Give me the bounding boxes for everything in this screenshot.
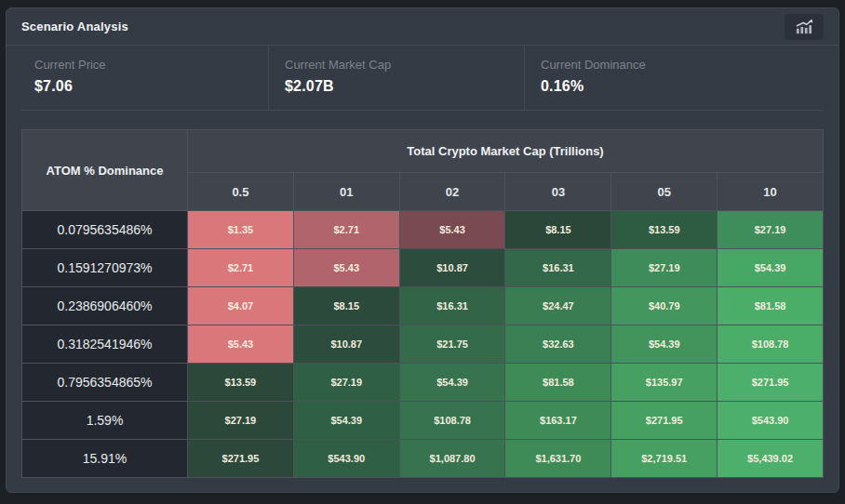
page-title: Scenario Analysis [21,20,128,33]
table-row: 0.2386906460%$4.07$8.15$16.31$24.47$40.7… [22,287,824,325]
scenario-price-cell: $54.39 [399,364,505,402]
scenario-price-cell: $27.19 [293,364,399,402]
dominance-row-label: 0.7956354865% [22,364,188,402]
card-titlebar: Scenario Analysis [7,8,838,46]
stat-value: $7.06 [34,78,268,95]
dominance-row-label: 0.2386906460% [22,287,188,325]
scenario-price-cell: $8.15 [293,287,399,325]
scenario-price-cell: $27.19 [188,402,294,440]
stat-label: Current Price [34,58,268,72]
table-row: 0.7956354865%$13.59$27.19$54.39$81.58$13… [22,364,824,402]
scenario-price-cell: $24.47 [505,287,611,325]
scenario-price-cell: $10.87 [399,249,505,287]
stat-current-market-cap: Current Market Cap $2.07B [268,46,524,110]
scenario-price-cell: $1,631.70 [505,440,611,478]
scenario-price-cell: $543.90 [293,440,399,478]
scenario-price-cell: $4.07 [188,287,294,325]
dominance-row-label: 1.59% [22,402,188,440]
table-row: 0.3182541946%$5.43$10.87$21.75$32.63$54.… [22,325,824,364]
scenario-price-cell: $2,719.51 [611,440,718,478]
table-row: 15.91%$271.95$543.90$1,087.80$1,631.70$2… [22,440,824,478]
table-row: 0.0795635486%$1.35$2.71$5.43$8.15$13.59$… [22,211,824,249]
scenario-price-cell: $54.39 [718,249,824,287]
stat-label: Current Market Cap [285,58,524,72]
scenario-price-cell: $54.39 [293,402,399,440]
scenario-price-cell: $135.97 [611,364,718,402]
column-header: 02 [399,173,505,211]
scenario-price-cell: $5.43 [293,249,399,287]
scenario-table: ATOM % Dominance Total Crypto Market Cap… [21,129,824,478]
scenario-price-cell: $8.15 [505,211,611,249]
stat-value: 0.16% [541,78,824,95]
stat-value: $2.07B [285,78,524,95]
scenario-price-cell: $40.79 [611,287,718,325]
dominance-column-header: ATOM % Dominance [22,130,188,211]
scenario-price-cell: $32.63 [505,325,611,364]
scenario-price-cell: $2.71 [293,211,399,249]
stat-current-dominance: Current Dominance 0.16% [524,46,824,110]
chart-view-button[interactable] [785,14,824,40]
scenario-price-cell: $81.58 [718,287,824,325]
column-header: 0.5 [188,173,294,211]
scenario-price-cell: $21.75 [399,325,505,364]
scenario-price-cell: $5.43 [399,211,505,249]
scenario-price-cell: $271.95 [718,364,824,402]
table-row: 0.1591270973%$2.71$5.43$10.87$16.31$27.1… [22,249,824,287]
column-header: 05 [611,173,718,211]
scenario-price-cell: $54.39 [611,325,718,364]
scenario-price-cell: $271.95 [188,440,294,478]
scenario-price-cell: $5,439.02 [718,440,824,478]
column-header: 01 [293,173,399,211]
bar-chart-trending-up-icon [794,19,814,34]
scenario-price-cell: $13.59 [188,364,294,402]
scenario-price-cell: $13.59 [611,211,718,249]
scenario-price-cell: $27.19 [611,249,718,287]
scenario-price-cell: $2.71 [188,249,294,287]
stat-label: Current Dominance [541,58,824,72]
scenario-price-cell: $1,087.80 [399,440,505,478]
scenario-analysis-card: Scenario Analysis Current Price $7.06 Cu… [6,7,839,493]
scenario-price-cell: $543.90 [718,402,824,440]
scenario-price-cell: $5.43 [188,325,294,364]
scenario-price-cell: $108.78 [399,402,505,440]
dominance-row-label: 0.1591270973% [22,249,188,287]
table-row: 1.59%$27.19$54.39$108.78$163.17$271.95$5… [22,402,824,440]
dominance-row-label: 0.3182541946% [22,325,188,364]
column-header: 03 [505,173,611,211]
scenario-price-cell: $10.87 [293,325,399,364]
column-header: 10 [718,173,824,211]
scenario-price-cell: $81.58 [505,364,611,402]
scenario-price-cell: $27.19 [718,211,824,249]
scenario-table-body: 0.0795635486%$1.35$2.71$5.43$8.15$13.59$… [22,211,824,478]
dominance-row-label: 0.0795635486% [22,211,188,249]
scenario-price-cell: $163.17 [505,402,611,440]
scenario-price-cell: $108.78 [718,325,824,364]
current-stats-row: Current Price $7.06 Current Market Cap $… [21,46,824,111]
scenario-price-cell: $16.31 [505,249,611,287]
scenario-price-cell: $16.31 [399,287,505,325]
stat-current-price: Current Price $7.06 [21,46,268,110]
dominance-row-label: 15.91% [22,440,188,478]
scenario-price-cell: $1.35 [188,211,294,249]
scenario-price-cell: $271.95 [611,402,718,440]
market-cap-group-header: Total Crypto Market Cap (Trillions) [188,130,824,173]
